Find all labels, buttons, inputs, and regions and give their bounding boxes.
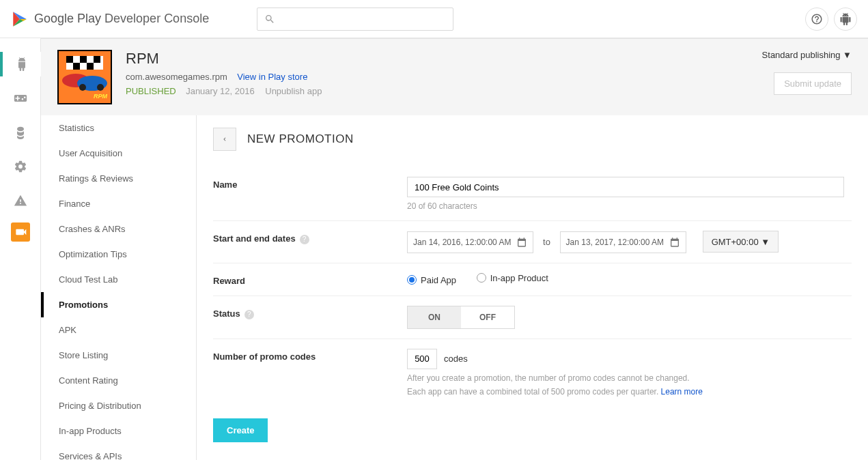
nav-pricing[interactable]: Pricing & Distribution <box>41 393 196 418</box>
codes-hint1: After you create a promotion, the number… <box>407 373 852 383</box>
topbar: Google Play Developer Console <box>0 0 868 38</box>
warning-icon <box>14 194 27 207</box>
side-nav: Statistics User Acquisition Ratings & Re… <box>41 115 197 460</box>
radio-icon <box>477 273 486 283</box>
icon-rail <box>0 38 41 460</box>
help-icon <box>811 13 823 25</box>
end-date-picker[interactable]: Jan 13, 2017, 12:00:00 AM <box>560 231 686 253</box>
svg-rect-4 <box>94 56 100 63</box>
view-in-store-link[interactable]: View in Play store <box>237 72 307 82</box>
nav-apk[interactable]: APK <box>41 317 196 343</box>
row-name: Name 20 of 60 characters <box>213 167 852 221</box>
rail-alerts[interactable] <box>0 188 41 213</box>
promo-name-input[interactable] <box>407 177 844 197</box>
rail-cloud[interactable] <box>0 120 41 145</box>
rail-settings[interactable] <box>0 154 41 179</box>
app-title: RPM <box>126 50 322 68</box>
nav-content-rating[interactable]: Content Rating <box>41 368 196 393</box>
row-codes: Number of promo codes codes After you cr… <box>213 339 852 406</box>
app-meta: RPM com.awesomegames.rpm View in Play st… <box>126 50 322 96</box>
svg-text:RPM: RPM <box>94 93 108 100</box>
calendar-icon <box>516 237 527 248</box>
app-header: RPM RPM com.awesomegames.rpm View in Pla… <box>41 39 868 115</box>
svg-rect-6 <box>87 63 94 70</box>
label-status: Status? <box>213 306 407 319</box>
app-date: January 12, 2016 <box>186 86 254 96</box>
row-reward: Reward Paid App In-app Product <box>213 263 852 296</box>
row-dates: Start and end dates? Jan 14, 2016, 12:00… <box>213 221 852 263</box>
dates-to: to <box>543 237 550 247</box>
help-button[interactable] <box>805 8 828 31</box>
svg-rect-2 <box>66 56 73 63</box>
nav-promotions[interactable]: Promotions <box>41 292 196 317</box>
android-icon <box>15 57 29 71</box>
back-button[interactable] <box>213 128 236 151</box>
play-logo-icon <box>11 10 29 28</box>
codes-hint2: Each app can have a combined total of 50… <box>407 387 852 397</box>
nav-crashes-anrs[interactable]: Crashes & ANRs <box>41 216 196 242</box>
unpublish-link[interactable]: Unpublish app <box>265 86 322 96</box>
status-on[interactable]: ON <box>408 306 461 328</box>
content: RPM RPM com.awesomegames.rpm View in Pla… <box>41 38 868 460</box>
search-box[interactable] <box>257 8 453 31</box>
label-dates: Start and end dates? <box>213 231 407 244</box>
logo[interactable]: Google Play Developer Console <box>11 10 209 28</box>
gear-icon <box>14 160 27 173</box>
create-button[interactable]: Create <box>213 418 268 442</box>
timezone-dropdown[interactable]: GMT+00:00 ▼ <box>703 231 779 253</box>
megaphone-icon <box>14 225 27 239</box>
learn-more-link[interactable]: Learn more <box>661 387 703 397</box>
rail-games[interactable] <box>0 86 41 111</box>
help-icon[interactable]: ? <box>300 235 309 244</box>
status-off[interactable]: OFF <box>461 306 514 328</box>
rail-android[interactable] <box>0 52 41 76</box>
nav-services[interactable]: Services & APIs <box>41 444 196 460</box>
start-date-picker[interactable]: Jan 14, 2016, 12:00:00 AM <box>407 231 533 253</box>
nav-user-acquisition[interactable]: User Acquisition <box>41 141 196 166</box>
status-toggle: ON OFF <box>407 306 515 329</box>
nav-statistics[interactable]: Statistics <box>41 115 196 141</box>
radio-icon <box>407 275 417 285</box>
app-icon: RPM <box>57 50 112 104</box>
android-icon <box>839 13 852 25</box>
brand-text: Google Play Developer Console <box>34 12 209 26</box>
promo-codes-input[interactable] <box>407 349 437 369</box>
svg-rect-3 <box>80 56 87 63</box>
codes-suffix: codes <box>444 354 468 364</box>
nav-store-listing[interactable]: Store Listing <box>41 343 196 368</box>
storage-icon <box>14 126 27 139</box>
main-panel: NEW PROMOTION Name 20 of 60 characters S… <box>197 115 868 460</box>
page-title: NEW PROMOTION <box>247 132 354 146</box>
gamepad-icon <box>14 91 27 105</box>
search-input[interactable] <box>281 14 446 24</box>
nav-finance[interactable]: Finance <box>41 191 196 216</box>
label-reward: Reward <box>213 273 407 286</box>
label-name: Name <box>213 177 407 190</box>
publishing-mode-dropdown[interactable]: Standard publishing ▼ <box>762 50 852 60</box>
svg-point-9 <box>79 84 86 91</box>
row-status: Status? ON OFF <box>213 296 852 339</box>
chevron-left-icon <box>221 134 228 144</box>
account-button[interactable] <box>834 8 857 31</box>
help-icon[interactable]: ? <box>244 310 254 319</box>
app-icon-art: RPM <box>59 52 110 102</box>
svg-point-10 <box>97 84 104 91</box>
app-status: PUBLISHED <box>126 86 176 96</box>
label-codes: Number of promo codes <box>213 349 407 362</box>
rail-announcement[interactable] <box>11 222 30 242</box>
nav-optimization[interactable]: Optimization Tips <box>41 242 196 267</box>
svg-rect-5 <box>73 63 80 70</box>
calendar-icon <box>669 237 680 248</box>
nav-ratings-reviews[interactable]: Ratings & Reviews <box>41 166 196 191</box>
radio-inapp-product[interactable]: In-app Product <box>477 273 548 283</box>
nav-iap[interactable]: In-app Products <box>41 418 196 444</box>
nav-cloud-test-lab[interactable]: Cloud Test Lab <box>41 267 196 292</box>
radio-paid-app[interactable]: Paid App <box>407 275 456 285</box>
name-char-hint: 20 of 60 characters <box>407 201 852 211</box>
package-id: com.awesomegames.rpm <box>126 72 227 82</box>
submit-update-button[interactable]: Submit update <box>774 72 852 95</box>
search-icon <box>264 14 275 25</box>
